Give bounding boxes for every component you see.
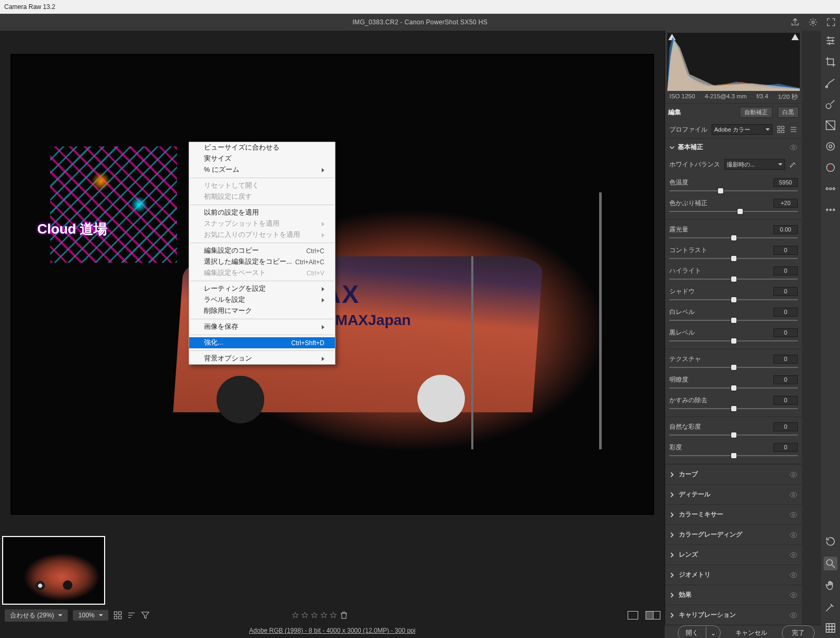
presets-icon[interactable] [825, 183, 836, 195]
slider-value[interactable]: 0 [773, 422, 798, 431]
eye-icon[interactable] [789, 571, 798, 579]
done-button[interactable]: 完了 [782, 625, 815, 638]
slider-value[interactable]: 0 [773, 308, 798, 317]
collapsed-panel-header[interactable]: カラーミキサー [665, 504, 802, 524]
slider-value[interactable]: 0 [773, 266, 798, 275]
slider-value[interactable]: 0 [773, 396, 798, 405]
context-menu-item[interactable]: ビューサイズに合わせる [189, 142, 335, 153]
share-icon[interactable] [790, 17, 800, 27]
local-adjust-brush-icon[interactable] [825, 98, 836, 110]
star-icon[interactable] [292, 612, 299, 619]
radial-icon[interactable] [825, 141, 836, 152]
sampler-icon[interactable] [825, 601, 836, 613]
slider-value[interactable]: 0 [773, 287, 798, 296]
open-button[interactable]: 開く ⌄ [678, 625, 721, 638]
eye-icon[interactable] [789, 591, 798, 599]
slider-knob[interactable] [731, 338, 736, 344]
context-menu[interactable]: ビューサイズに合わせる実サイズ% にズームリセットして開く初期設定に戻す以前の設… [189, 142, 335, 365]
eye-icon[interactable] [789, 143, 798, 152]
slider-value[interactable]: 5950 [773, 178, 798, 187]
star-icon[interactable] [320, 612, 328, 619]
auto-button[interactable]: 自動補正 [740, 107, 772, 118]
context-menu-item[interactable]: 削除用にマーク [189, 306, 335, 317]
edit-sliders-icon[interactable] [825, 35, 836, 47]
hand-tool-icon[interactable] [825, 580, 836, 591]
settings-gear-icon[interactable] [808, 17, 818, 27]
slider-value[interactable]: 0.00 [773, 225, 798, 234]
slider-track[interactable] [669, 432, 798, 438]
slider-value[interactable]: 0 [773, 375, 798, 384]
collapsed-panel-header[interactable]: キャリブレーション [665, 605, 802, 625]
collapsed-panel-header[interactable]: カラーグレーディング [665, 524, 802, 544]
collapsed-panel-header[interactable]: 効果 [665, 585, 802, 605]
cycle-icon[interactable] [825, 535, 836, 547]
eye-icon[interactable] [789, 470, 798, 479]
grid-view-icon[interactable] [113, 611, 123, 620]
redeye-icon[interactable] [825, 162, 836, 173]
trash-icon[interactable] [339, 611, 349, 620]
slider-track[interactable] [669, 256, 798, 261]
slider-track[interactable] [669, 188, 798, 193]
rating-stars[interactable] [292, 611, 349, 620]
slider-knob[interactable] [731, 453, 736, 458]
fit-zoom-dropdown[interactable]: 合わせる (29%) [4, 609, 68, 622]
gradient-icon[interactable] [825, 119, 836, 131]
slider-value[interactable]: 0 [773, 355, 798, 364]
slider-value[interactable]: 0 [773, 328, 798, 337]
collapsed-panel-header[interactable]: カーブ [665, 464, 802, 484]
context-menu-item[interactable]: 実サイズ [189, 153, 335, 164]
eye-icon[interactable] [789, 511, 798, 519]
star-icon[interactable] [301, 612, 309, 619]
slider-track[interactable] [669, 365, 798, 370]
profile-browse-icon[interactable] [789, 125, 798, 134]
single-view-icon[interactable] [628, 611, 638, 619]
filter-icon[interactable] [141, 611, 150, 620]
slider-track[interactable] [669, 385, 798, 391]
slider-knob[interactable] [731, 256, 736, 261]
context-menu-item[interactable]: 背景オプション [189, 353, 335, 364]
slider-track[interactable] [669, 406, 798, 411]
slider-knob[interactable] [731, 365, 736, 370]
context-menu-item[interactable]: 編集設定のコピーCtrl+C [189, 245, 335, 256]
context-menu-item[interactable]: % にズーム [189, 164, 335, 175]
open-button-caret[interactable]: ⌄ [706, 627, 720, 639]
zoom-tool-icon[interactable] [824, 557, 837, 570]
eye-icon[interactable] [789, 551, 798, 559]
before-after-icon[interactable] [646, 611, 660, 619]
star-icon[interactable] [330, 612, 337, 619]
eye-icon[interactable] [789, 491, 798, 499]
crop-icon[interactable] [825, 56, 836, 68]
context-menu-item[interactable]: ラベルを設定 [189, 294, 335, 306]
context-menu-item[interactable]: レーティングを設定 [189, 283, 335, 294]
slider-knob[interactable] [731, 318, 736, 323]
sort-icon[interactable] [127, 611, 136, 620]
context-menu-item[interactable]: 強化...Ctrl+Shft+D [189, 337, 335, 348]
collapsed-panel-header[interactable]: ディテール [665, 484, 802, 504]
preview-zone[interactable]: Cloud 道場 MAX #AdobeMAXJapan ビューサイズに合わせる実… [0, 31, 665, 533]
zoom-dropdown[interactable]: 100% [72, 609, 109, 621]
more-icon[interactable] [825, 204, 836, 216]
slider-track[interactable] [669, 209, 798, 214]
basic-section-header[interactable]: 基本補正 [665, 138, 802, 156]
heal-brush-icon[interactable] [825, 77, 836, 89]
slider-knob[interactable] [731, 406, 736, 411]
histogram[interactable] [667, 33, 800, 91]
eyedropper-icon[interactable] [789, 160, 798, 169]
cancel-button[interactable]: キャンセル [726, 626, 777, 638]
star-icon[interactable] [311, 612, 318, 619]
slider-track[interactable] [669, 276, 798, 282]
slider-value[interactable]: 0 [773, 246, 798, 255]
context-menu-item[interactable]: 選択した編集設定をコピー...Ctrl+Alt+C [189, 256, 335, 267]
slider-track[interactable] [669, 235, 798, 241]
slider-knob[interactable] [738, 209, 743, 214]
slider-knob[interactable] [731, 235, 736, 241]
eye-icon[interactable] [789, 611, 798, 619]
collapsed-panel-header[interactable]: レンズ [665, 544, 802, 565]
slider-knob[interactable] [731, 432, 736, 438]
slider-track[interactable] [669, 453, 798, 458]
profile-grid-icon[interactable] [777, 125, 785, 134]
context-menu-item[interactable]: 以前の設定を適用 [189, 207, 335, 218]
slider-track[interactable] [669, 338, 798, 344]
bw-button[interactable]: 白黒 [778, 107, 799, 118]
filmstrip-thumbnail[interactable] [2, 536, 105, 605]
